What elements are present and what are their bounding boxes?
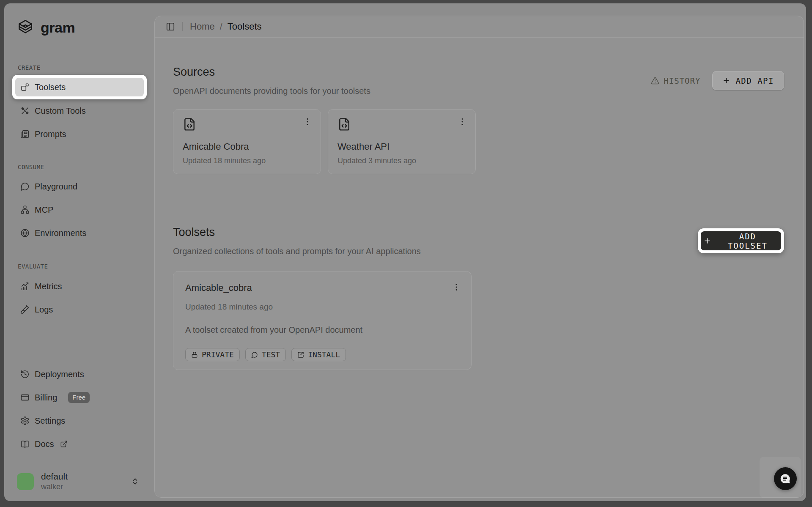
nav-section-create: CREATE	[18, 64, 145, 71]
header-divider	[182, 22, 183, 31]
chat-bubble-icon	[779, 472, 792, 485]
source-cards-row: Amicable Cobra Updated 18 minutes ago	[173, 109, 784, 174]
toolset-card-amicable-cobra[interactable]: Amicable_cobra Updated 18 minutes ago A …	[173, 271, 472, 370]
toolsets-section: Toolsets Organized collections of tools …	[173, 225, 784, 370]
sidebar-item-deployments[interactable]: Deployments	[17, 365, 145, 384]
chart-metrics-icon	[20, 282, 30, 291]
panel-content: Sources OpenAPI documents providing tool…	[155, 38, 804, 497]
sidebar-item-mcp[interactable]: MCP	[17, 200, 145, 219]
sidebar-item-settings[interactable]: Settings	[17, 411, 145, 430]
sidebar-item-metrics[interactable]: Metrics	[17, 277, 145, 296]
sidebar-item-custom-tools[interactable]: Custom Tools	[17, 101, 145, 120]
test-badge[interactable]: TEST	[245, 348, 286, 361]
workspace-avatar	[17, 473, 34, 490]
sidebar-item-label: Deployments	[35, 370, 84, 379]
source-card-title: Amicable Cobra	[183, 141, 312, 152]
toolset-card-description: A toolset created from your OpenAPI docu…	[185, 325, 461, 335]
history-button[interactable]: HISTORY	[651, 76, 700, 85]
toolset-card-menu-button[interactable]	[452, 282, 461, 292]
breadcrumb: Home / Toolsets	[190, 21, 262, 32]
sidebar-item-label: Logs	[35, 305, 53, 315]
source-card-meta: Updated 18 minutes ago	[183, 156, 312, 165]
sidebar-item-prompts[interactable]: Prompts	[17, 125, 145, 143]
crossed-tools-icon	[20, 106, 30, 115]
breadcrumb-current: Toolsets	[228, 21, 262, 32]
sidebar-item-label: Toolsets	[35, 82, 66, 92]
warning-triangle-icon	[651, 77, 659, 85]
nav-section-evaluate: EVALUATE	[18, 263, 145, 270]
credit-card-icon	[20, 393, 30, 402]
chevrons-up-down-icon	[131, 477, 139, 485]
sidebar-item-logs[interactable]: Logs	[17, 300, 145, 319]
toolsets-heading-group: Toolsets Organized collections of tools …	[173, 225, 421, 256]
network-icon	[20, 205, 30, 214]
plus-icon	[722, 77, 730, 85]
source-card-weather-api[interactable]: Weather API Updated 3 minutes ago	[328, 109, 476, 174]
sidebar-item-toolsets[interactable]: Toolsets	[15, 78, 144, 96]
sources-subtitle: OpenAPI documents providing tools for yo…	[173, 86, 370, 96]
sidebar-item-billing[interactable]: Billing Free	[17, 388, 145, 407]
brand-wordmark: gram	[41, 19, 75, 36]
sidebar-item-label: Docs	[35, 439, 54, 449]
sidebar-item-label: Environments	[35, 228, 86, 238]
file-code-icon	[337, 117, 351, 132]
sidebar-footer: Deployments Billing Free Settings	[17, 365, 145, 453]
sidebar-item-playground[interactable]: Playground	[17, 177, 145, 196]
globe-icon	[20, 228, 30, 238]
panel-left-icon	[166, 22, 175, 31]
message-circle-icon	[20, 182, 30, 191]
add-toolset-button[interactable]: ADD TOOLSET	[701, 231, 781, 250]
toolset-card-title: Amicable_cobra	[185, 282, 252, 293]
external-link-icon	[60, 440, 68, 448]
private-badge[interactable]: PRIVATE	[185, 348, 240, 361]
main-panel: Home / Toolsets Sources OpenAPI document…	[154, 16, 804, 498]
square-arrow-out-icon	[297, 351, 304, 358]
sidebar-item-docs[interactable]: Docs	[17, 435, 145, 453]
screenshot-stage: gram CREATE Toolsets	[0, 0, 812, 507]
toolsets-spotlight-ring: Toolsets	[12, 75, 147, 99]
toolset-card-meta: Updated 18 minutes ago	[185, 302, 461, 312]
plus-icon	[703, 237, 711, 245]
toolsets-subtitle: Organized collections of tools and promp…	[173, 247, 421, 256]
source-card-meta: Updated 3 minutes ago	[337, 156, 467, 165]
chat-fab-button[interactable]	[774, 467, 797, 490]
sidebar-item-environments[interactable]: Environments	[17, 224, 145, 242]
workspace-switcher[interactable]: default walker	[17, 471, 145, 491]
lock-icon	[191, 351, 198, 358]
install-badge[interactable]: INSTALL	[291, 348, 346, 361]
kebab-menu-icon	[452, 282, 461, 292]
sources-title: Sources	[173, 65, 370, 79]
sidebar-item-label: Custom Tools	[35, 106, 86, 116]
sidebar: gram CREATE Toolsets	[4, 3, 154, 501]
add-toolset-spotlight-ring: ADD TOOLSET	[698, 228, 784, 253]
app-window: gram CREATE Toolsets	[4, 3, 806, 501]
book-open-icon	[20, 439, 30, 449]
breadcrumb-home[interactable]: Home	[190, 21, 215, 32]
sources-section: Sources OpenAPI documents providing tool…	[173, 65, 784, 174]
source-card-menu-button[interactable]	[458, 117, 467, 126]
kebab-menu-icon	[458, 117, 467, 126]
newspaper-icon	[20, 129, 30, 139]
sources-actions: HISTORY ADD API	[651, 71, 784, 90]
message-circle-icon	[251, 351, 258, 358]
free-plan-badge: Free	[68, 392, 90, 403]
workspace-name: default	[41, 471, 68, 482]
sidebar-item-label: Playground	[35, 182, 77, 192]
source-card-amicable-cobra[interactable]: Amicable Cobra Updated 18 minutes ago	[173, 109, 321, 174]
sidebar-item-label: Prompts	[35, 129, 66, 139]
breadcrumb-separator: /	[220, 21, 222, 32]
panel-header: Home / Toolsets	[155, 16, 804, 38]
brand-logo[interactable]: gram	[17, 19, 145, 36]
toolsets-title: Toolsets	[173, 225, 421, 239]
source-card-menu-button[interactable]	[303, 117, 312, 126]
file-code-icon	[183, 117, 196, 132]
sidebar-item-label: Metrics	[35, 282, 62, 291]
test-tube-icon	[20, 305, 30, 314]
add-api-button[interactable]: ADD API	[712, 71, 784, 90]
kebab-menu-icon	[303, 117, 312, 126]
sidebar-item-label: Settings	[35, 416, 65, 426]
sources-heading-group: Sources OpenAPI documents providing tool…	[173, 65, 370, 96]
gear-icon	[20, 416, 30, 425]
nav-section-consume: CONSUME	[18, 164, 145, 170]
sidebar-toggle-button[interactable]	[166, 22, 175, 31]
